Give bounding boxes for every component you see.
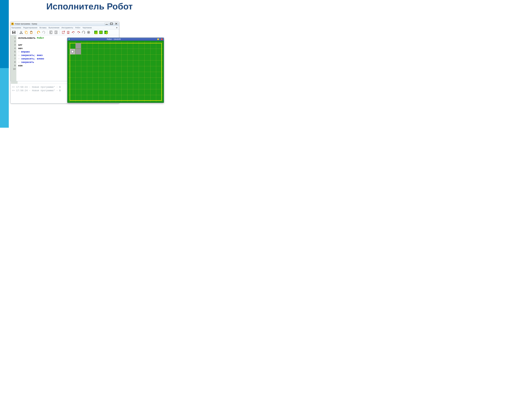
svg-point-7: [22, 33, 22, 34]
line-number: 5: [11, 50, 16, 54]
kumir-window-title: Новая программа - Кумир: [15, 23, 104, 25]
robot-grid-icon[interactable]: [94, 30, 98, 34]
svg-rect-1: [110, 23, 113, 25]
loop-start-icon[interactable]: {: [71, 30, 76, 34]
close-button[interactable]: [114, 23, 118, 25]
svg-text:}: }: [78, 32, 79, 34]
maximize-button[interactable]: [109, 23, 114, 25]
stop-icon[interactable]: [87, 30, 91, 34]
code-command: закрасить;: [21, 54, 36, 57]
line-number: 8: [11, 61, 16, 64]
pin-icon[interactable]: [68, 38, 70, 40]
menu-drawer[interactable]: Чертежник: [82, 27, 92, 29]
menu-edit[interactable]: Редактирование: [23, 27, 37, 29]
menu-robot[interactable]: Робот: [75, 27, 80, 29]
code-keyword: нач: [18, 47, 22, 50]
minimize-button[interactable]: [105, 23, 109, 25]
step-in-icon[interactable]: [61, 30, 65, 34]
svg-point-6: [20, 33, 21, 34]
svg-rect-19: [62, 31, 64, 34]
line-number: 4: [11, 47, 16, 50]
svg-rect-9: [26, 32, 27, 34]
code-command: закрасить;: [21, 57, 36, 60]
svg-rect-11: [31, 31, 32, 32]
line-number: 6: [11, 54, 16, 57]
menu-program[interactable]: Программа: [11, 27, 21, 29]
bullet-icon: ·: [18, 57, 20, 60]
kumir-titlebar[interactable]: K Новая программа - Кумир: [11, 22, 119, 26]
app-icon: K: [11, 23, 14, 25]
code-keyword: использовать: [18, 37, 36, 39]
code-command: вправо: [21, 51, 30, 53]
run-icon[interactable]: [82, 30, 86, 34]
robot-frame-icon[interactable]: [99, 30, 103, 34]
loop-end-icon[interactable]: }: [76, 30, 81, 34]
robot-close-button[interactable]: [161, 38, 163, 40]
menu-tools[interactable]: Инструменты: [62, 27, 73, 29]
bullet-icon: ·: [18, 54, 20, 57]
step-over-icon[interactable]: [66, 30, 70, 34]
code-command: влево: [37, 57, 44, 60]
svg-rect-4: [13, 32, 15, 34]
line-number: 7: [11, 57, 16, 61]
line-number: 2: [11, 40, 16, 43]
copy-icon[interactable]: [24, 30, 28, 34]
bullet-icon: ·: [18, 51, 20, 53]
line-gutter: 1 2 3 4 5 6 7 8 9 10: [11, 35, 16, 81]
line-number: 10: [11, 67, 16, 71]
bullet-icon: ·: [18, 61, 20, 63]
svg-rect-5: [13, 33, 14, 33]
svg-rect-0: [106, 24, 108, 25]
robot-minimize-button[interactable]: [157, 38, 159, 40]
robot-titlebar[interactable]: Робот - 10x16.fil: [67, 38, 164, 41]
toolbar: { }: [11, 29, 119, 35]
diamond-icon: [71, 50, 74, 53]
robot-window-title: Робот - 10x16.fil: [71, 38, 156, 40]
menu-insert[interactable]: Вставка: [39, 27, 46, 29]
cut-icon[interactable]: [19, 30, 23, 34]
code-keyword: алг: [18, 44, 22, 46]
indent-icon[interactable]: [54, 30, 58, 34]
code-module: Робот: [37, 37, 44, 39]
gutter-notch: [11, 81, 18, 84]
undo-icon[interactable]: [37, 30, 41, 34]
outdent-icon[interactable]: [49, 30, 53, 34]
paste-icon[interactable]: [29, 30, 33, 34]
svg-text:{: {: [73, 32, 74, 34]
line-number: 3: [11, 43, 16, 47]
window-controls: [105, 23, 118, 25]
code-keyword: кон: [18, 64, 22, 67]
slide-left-band-top: [0, 0, 9, 68]
menu-execute[interactable]: Выполнение: [49, 27, 59, 29]
robot-marker: [70, 49, 75, 54]
robot-cell-icon[interactable]: [104, 30, 108, 34]
line-number: 9: [11, 64, 16, 67]
menu-bar: Программа Редактирование Вставка Выполне…: [11, 26, 119, 29]
menu-overflow[interactable]: »: [116, 26, 118, 29]
svg-rect-12: [31, 32, 32, 33]
code-command: закрасить: [21, 61, 34, 63]
robot-field[interactable]: [68, 42, 163, 102]
save-icon[interactable]: [12, 30, 16, 34]
painted-cell: [76, 49, 81, 54]
code-command: вниз: [37, 54, 43, 57]
svg-rect-3: [13, 31, 15, 32]
line-number: 1: [11, 36, 16, 40]
redo-icon[interactable]: [42, 30, 46, 34]
slide-title: Исполнитель Робот: [9, 1, 170, 12]
painted-cell: [76, 43, 81, 49]
robot-window: Робот - 10x16.fil: [67, 38, 164, 103]
